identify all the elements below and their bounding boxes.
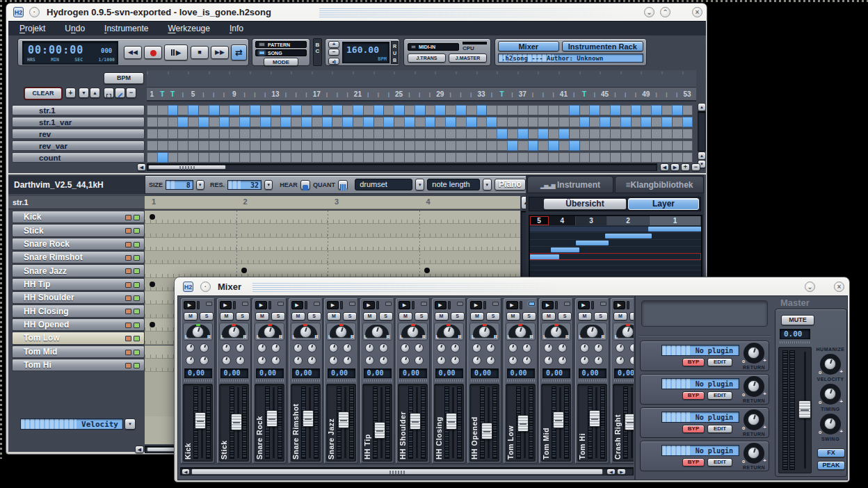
song-cell[interactable] <box>239 117 250 127</box>
song-cell[interactable] <box>589 140 600 151</box>
song-cell[interactable] <box>610 105 621 115</box>
strip-knob-handle[interactable] <box>197 301 200 309</box>
song-cell[interactable] <box>641 117 652 127</box>
fx-send-knob-1[interactable] <box>329 343 338 352</box>
strip-knob-handle[interactable] <box>268 301 271 309</box>
jack-transport-button[interactable]: J.TRANS <box>408 54 446 63</box>
solo-led[interactable] <box>134 363 140 368</box>
song-cell[interactable] <box>569 140 580 151</box>
pattern-grid-row[interactable] <box>145 251 520 264</box>
song-cell[interactable] <box>486 152 497 163</box>
song-cell[interactable] <box>425 152 436 163</box>
humanize-timing-knob[interactable]: o+ <box>820 384 841 405</box>
song-cell[interactable] <box>394 152 405 163</box>
song-cell[interactable] <box>631 117 642 127</box>
menu-werkzeuge[interactable]: Werkzeuge <box>168 24 209 33</box>
size-dropdown-icon[interactable]: ▼ <box>196 180 204 190</box>
fx-send-knob-1[interactable] <box>437 343 446 352</box>
song-cell[interactable] <box>486 117 497 127</box>
note-length-dropdown-icon[interactable]: ▼ <box>483 179 492 190</box>
strip-fader-handle[interactable] <box>266 410 278 427</box>
song-cell[interactable] <box>198 152 209 163</box>
select-mode-button[interactable] <box>104 88 114 98</box>
master-mute-button[interactable]: MUTE <box>781 315 814 325</box>
fx-bypass-button[interactable]: BYP <box>682 425 705 433</box>
song-cell[interactable] <box>528 117 539 127</box>
strip-solo-button[interactable]: S <box>522 312 536 320</box>
pan-knob[interactable] <box>335 326 347 338</box>
song-cell[interactable] <box>209 140 220 151</box>
song-cell[interactable] <box>239 105 250 115</box>
song-cell[interactable] <box>404 129 415 139</box>
song-cell[interactable] <box>250 117 261 127</box>
layer-bar[interactable] <box>576 241 609 245</box>
song-cell[interactable] <box>219 140 230 151</box>
strip-mute-button[interactable]: M <box>220 312 234 320</box>
shade-up-icon[interactable]: ⌃ <box>660 7 670 17</box>
song-scroll-up-icon[interactable]: ▲ <box>698 103 706 111</box>
strip-knob-handle[interactable] <box>483 301 486 309</box>
mixer-button[interactable]: Mixer <box>498 41 559 51</box>
song-zoom-in-button[interactable]: + <box>681 163 690 171</box>
layer-row[interactable] <box>530 232 701 239</box>
song-cell[interactable] <box>363 129 374 139</box>
mixer-close-icon[interactable]: × <box>834 282 844 292</box>
song-cell[interactable] <box>548 117 559 127</box>
song-cell[interactable] <box>271 129 282 139</box>
strip-solo-button[interactable]: S <box>451 312 465 320</box>
note-dot[interactable] <box>424 268 430 273</box>
song-cell[interactable] <box>641 152 652 163</box>
song-cell[interactable] <box>589 129 600 139</box>
strip-knob-handle[interactable] <box>448 301 451 309</box>
loop-button[interactable]: ⇄ <box>231 44 247 60</box>
song-cell[interactable] <box>373 140 385 151</box>
solo-led[interactable] <box>134 295 140 301</box>
song-cell[interactable] <box>497 140 508 151</box>
song-cell[interactable] <box>620 129 632 139</box>
song-cell[interactable] <box>260 140 271 151</box>
song-cell[interactable] <box>353 105 364 115</box>
fx-send-knob-1[interactable] <box>544 343 553 352</box>
song-cell[interactable] <box>250 152 261 163</box>
delete-mode-button[interactable]: − <box>126 88 136 98</box>
song-cell[interactable] <box>445 117 456 127</box>
strip-fader-handle[interactable] <box>625 414 634 430</box>
song-hscrollbar[interactable] <box>147 163 657 171</box>
song-cell[interactable] <box>425 105 436 115</box>
song-scroll-left2-icon[interactable]: ◀ <box>660 163 669 171</box>
song-zoom-out-button[interactable]: − <box>691 163 700 171</box>
song-cell[interactable] <box>291 117 302 127</box>
song-cell[interactable] <box>239 152 250 163</box>
solo-led[interactable] <box>134 268 140 274</box>
song-cell[interactable] <box>600 105 611 115</box>
song-cell[interactable] <box>538 105 549 115</box>
fx-send-knob-4[interactable] <box>558 356 567 365</box>
song-cell[interactable] <box>291 140 302 151</box>
strip-play-button[interactable]: ▶ <box>363 301 375 309</box>
fx-send-knob-4[interactable] <box>486 356 495 365</box>
song-cell[interactable] <box>291 105 302 115</box>
song-cell[interactable] <box>260 105 271 115</box>
tab-general[interactable]: Übersicht <box>543 198 627 210</box>
song-cell[interactable] <box>301 117 312 127</box>
note-dot[interactable] <box>150 322 155 327</box>
fx-send-knob-2[interactable] <box>594 343 603 352</box>
fx-name-display[interactable]: No plugin <box>661 445 739 456</box>
song-cell[interactable] <box>147 105 158 115</box>
strip-solo-button[interactable]: S <box>415 312 428 320</box>
song-cell[interactable] <box>280 117 291 127</box>
song-cell[interactable] <box>168 117 179 127</box>
strip-fader-handle[interactable] <box>338 412 349 428</box>
song-cell[interactable] <box>538 152 549 163</box>
song-cell[interactable] <box>528 105 539 115</box>
strip-pan-control[interactable]: LR <box>219 323 249 341</box>
layer-bar[interactable] <box>648 227 701 231</box>
mixer-scroll-left-icon[interactable]: ◀ <box>182 469 190 475</box>
mute-led[interactable] <box>125 295 131 301</box>
instrument-row-hh-tip[interactable]: HH Tip <box>12 278 145 291</box>
song-cell[interactable] <box>682 105 693 115</box>
fx-send-knob-2[interactable] <box>271 343 280 352</box>
song-cell[interactable] <box>168 105 179 115</box>
strip-pan-control[interactable]: LR <box>291 323 321 341</box>
song-cell[interactable] <box>198 129 209 139</box>
